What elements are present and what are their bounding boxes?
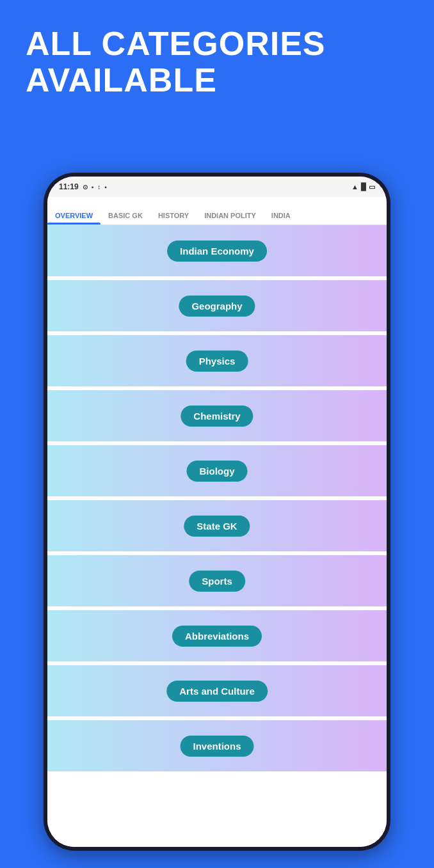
category-row-physics[interactable]: Physics	[47, 335, 387, 390]
battery-icon: ▭	[369, 183, 375, 191]
status-left: 11:19 ⊙ ▪ ↕ ▪	[59, 182, 107, 191]
phone-inner: 11:19 ⊙ ▪ ↕ ▪ ▲ ▉ ▭ OVERVIEW BASIC GK HI…	[47, 177, 387, 847]
tab-indian-polity[interactable]: INDIAN POLITY	[197, 207, 264, 225]
wifi-icon: ▲	[351, 183, 358, 191]
category-row-sports[interactable]: Sports	[47, 555, 387, 610]
category-badge[interactable]: Geography	[179, 296, 255, 317]
status-icon-3: ↕	[97, 184, 100, 191]
category-row-geography[interactable]: Geography	[47, 280, 387, 335]
status-icon-1: ⊙	[83, 184, 88, 191]
content-area: Indian Economy Geography Physics Chemist…	[47, 225, 387, 847]
category-row-inventions[interactable]: Inventions	[47, 720, 387, 775]
category-badge[interactable]: Inventions	[180, 736, 253, 757]
category-row-chemistry[interactable]: Chemistry	[47, 390, 387, 445]
tab-basic-gk[interactable]: BASIC GK	[100, 207, 150, 225]
category-badge[interactable]: Arts and Culture	[166, 681, 268, 702]
headline-line2: AVAILABLE	[26, 62, 326, 99]
time-display: 11:19	[59, 182, 79, 191]
status-icon-2: ▪	[92, 184, 94, 191]
tab-overview[interactable]: OVERVIEW	[47, 207, 100, 225]
phone-frame: 11:19 ⊙ ▪ ↕ ▪ ▲ ▉ ▭ OVERVIEW BASIC GK HI…	[44, 173, 390, 851]
headline-line1: ALL CATEGORIES	[26, 26, 326, 62]
category-badge[interactable]: Biology	[187, 461, 248, 482]
category-row-arts-and-culture[interactable]: Arts and Culture	[47, 665, 387, 720]
status-bar: 11:19 ⊙ ▪ ↕ ▪ ▲ ▉ ▭	[47, 177, 387, 197]
category-row-abbreviations[interactable]: Abbreviations	[47, 610, 387, 665]
headline: ALL CATEGORIES AVAILABLE	[26, 26, 326, 99]
category-row-indian-economy[interactable]: Indian Economy	[47, 225, 387, 280]
category-badge[interactable]: Indian Economy	[167, 241, 267, 262]
category-badge[interactable]: Chemistry	[181, 406, 253, 427]
tab-history[interactable]: HISTORY	[150, 207, 197, 225]
category-badge[interactable]: Sports	[189, 571, 245, 592]
status-icon-4: ▪	[104, 184, 107, 191]
tab-bar: OVERVIEW BASIC GK HISTORY INDIAN POLITY …	[47, 197, 387, 225]
category-row-biology[interactable]: Biology	[47, 445, 387, 500]
status-right: ▲ ▉ ▭	[351, 183, 375, 191]
category-badge[interactable]: Physics	[186, 351, 248, 372]
category-row-state-gk[interactable]: State GK	[47, 500, 387, 555]
category-badge[interactable]: State GK	[184, 516, 250, 537]
tab-india[interactable]: INDIA	[264, 207, 298, 225]
signal-icon: ▉	[361, 183, 366, 191]
category-badge[interactable]: Abbreviations	[172, 626, 262, 647]
